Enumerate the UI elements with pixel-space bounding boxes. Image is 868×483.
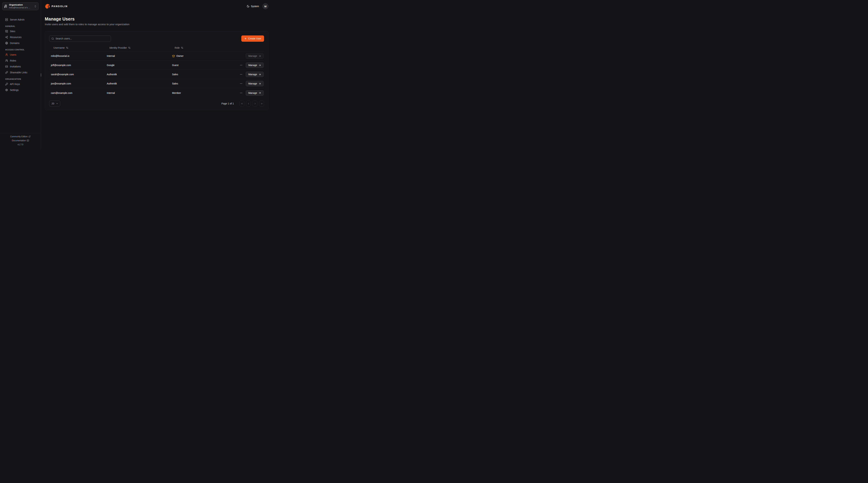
theme-toggle[interactable]: System	[247, 5, 259, 8]
sidebar-item-domains[interactable]: Domains	[5, 41, 38, 45]
topbar: PANGOLIN System M	[45, 3, 268, 9]
pangolin-logo[interactable]: PANGOLIN	[45, 4, 68, 9]
role-label: Owner	[176, 55, 184, 57]
arrow-right-icon	[258, 91, 261, 94]
org-selector-value: milo@fossorial.io's ...	[9, 6, 32, 9]
sidebar-item-label: Sites	[10, 30, 15, 33]
search-input[interactable]	[56, 37, 109, 40]
community-edition-link[interactable]: Community Edition	[2, 135, 39, 138]
column-header-provider[interactable]: Identity Provider	[105, 47, 170, 49]
role-cell: Guest	[170, 64, 242, 66]
manage-button[interactable]: Manage	[246, 90, 264, 96]
sidebar: Organization milo@fossorial.io's ... Ser…	[0, 0, 41, 149]
avatar-initial: M	[265, 5, 267, 8]
row-actions: Manage	[242, 81, 264, 86]
row-menu-button[interactable]	[239, 63, 243, 67]
pangolin-wordmark: PANGOLIN	[52, 5, 68, 8]
sidebar-item-label: Domains	[10, 42, 20, 45]
users-card: Create User Username Identity Provider	[45, 31, 268, 110]
community-edition-label: Community Edition	[10, 135, 28, 138]
table-row: milo@fossorial.io Internal Owner Manage	[49, 51, 264, 61]
sidebar-item-roles[interactable]: Roles	[5, 59, 38, 63]
provider-cell: Google	[105, 64, 170, 66]
documentation-link[interactable]: Documentation	[2, 139, 39, 142]
page-size-value: 20	[52, 102, 54, 105]
users-toolbar: Create User	[49, 35, 264, 42]
role-cell: Sales	[170, 73, 242, 76]
sidebar-item-shareable-links[interactable]: Shareable Links	[5, 70, 38, 75]
manage-label: Manage	[248, 55, 257, 57]
manage-label: Manage	[248, 82, 257, 85]
column-header-role[interactable]: Role	[170, 47, 242, 49]
sidebar-item-settings[interactable]: Settings	[5, 88, 38, 92]
row-actions: Manage	[242, 72, 264, 77]
sidebar-item-users[interactable]: Users	[5, 53, 38, 57]
table-row: cam@example.com Internal Member Manage	[49, 88, 264, 97]
username-cell: joe@example.com	[49, 82, 105, 85]
avatar[interactable]: M	[262, 3, 268, 9]
sort-icon	[181, 47, 183, 49]
sidebar-item-label: Settings	[10, 89, 19, 91]
prev-page-button[interactable]	[246, 101, 251, 107]
column-header-username[interactable]: Username	[49, 47, 105, 49]
row-menu-button[interactable]	[239, 91, 243, 95]
section-label-general: GENERAL	[5, 25, 38, 27]
theme-toggle-label: System	[251, 5, 259, 8]
sidebar-item-label: Invitations	[10, 65, 21, 68]
provider-cell: Authentik	[105, 73, 170, 76]
username-cell: milo@fossorial.io	[49, 55, 105, 57]
sidebar-item-label: Resources	[10, 36, 22, 38]
chevron-down-icon	[56, 102, 58, 105]
create-user-button[interactable]: Create User	[241, 35, 264, 42]
section-label-organization: ORGANIZATION	[5, 78, 38, 80]
row-menu-button[interactable]	[239, 73, 243, 76]
users-table: Username Identity Provider Role	[49, 44, 264, 97]
column-header-label: Identity Provider	[110, 47, 127, 49]
crown-icon	[172, 55, 175, 58]
user-icon	[5, 53, 8, 56]
sidebar-item-invitations[interactable]: Invitations	[5, 64, 38, 68]
arrow-right-icon	[258, 73, 261, 76]
table-row: joe@example.com Authentik Sales Manage	[49, 79, 264, 88]
sidebar-item-resources[interactable]: Resources	[5, 35, 38, 39]
share-nodes-icon	[5, 36, 8, 38]
sidebar-footer: Community Edition Documentation v1.7.0	[0, 133, 41, 149]
sidebar-item-label: Users	[10, 53, 16, 56]
create-user-label: Create User	[248, 37, 261, 40]
sort-icon	[128, 47, 130, 49]
manage-button[interactable]: Manage	[246, 81, 264, 86]
username-cell: cam@example.com	[49, 91, 105, 94]
role-cell: Sales	[170, 82, 242, 85]
globe-icon	[5, 42, 8, 45]
sidebar-item-sites[interactable]: Sites	[5, 29, 38, 33]
provider-cell: Internal	[105, 55, 170, 57]
sidebar-item-api-keys[interactable]: API Keys	[5, 82, 38, 86]
sidebar-nav: Server Admin GENERAL Sites Resources Dom…	[5, 14, 38, 94]
pagination-right: Page 1 of 1	[221, 101, 264, 107]
page-title: Manage Users	[45, 17, 268, 22]
org-selector[interactable]: Organization milo@fossorial.io's ...	[2, 2, 38, 10]
org-selector-label: Organization	[9, 3, 32, 6]
manage-button[interactable]: Manage	[246, 62, 264, 68]
manage-button[interactable]: Manage	[246, 72, 264, 77]
building-icon	[4, 5, 7, 8]
external-link-icon	[28, 136, 31, 138]
row-menu-button[interactable]	[239, 82, 243, 85]
sidebar-item-server-admin[interactable]: Server Admin	[5, 18, 38, 22]
documentation-label: Documentation	[12, 139, 26, 142]
chevrons-up-down-icon	[34, 5, 37, 8]
sidebar-resize-handle[interactable]	[41, 73, 41, 77]
pangolin-logo-icon	[45, 4, 50, 9]
first-page-button[interactable]	[239, 101, 244, 107]
provider-cell: Internal	[105, 91, 170, 94]
users-icon	[5, 59, 8, 62]
section-label-access-control: ACCESS CONTROL	[5, 49, 38, 51]
server-icon	[5, 18, 8, 21]
next-page-button[interactable]	[253, 101, 257, 107]
row-actions: Manage	[242, 62, 264, 68]
role-cell: Owner	[170, 55, 242, 58]
link-icon	[5, 71, 8, 74]
last-page-button[interactable]	[259, 101, 264, 107]
sidebar-item-label: Server Admin	[10, 18, 25, 21]
page-size-select[interactable]: 20	[49, 101, 60, 107]
